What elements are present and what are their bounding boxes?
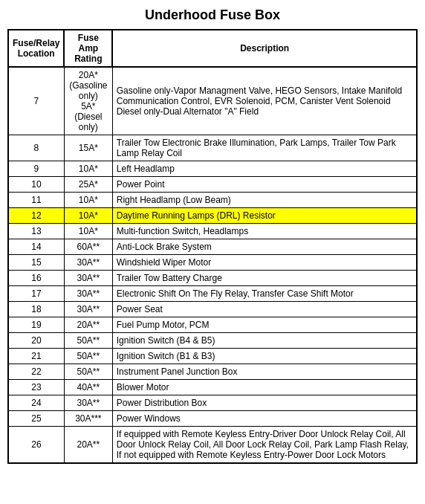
cell-description: Windshield Wiper Motor [112, 255, 417, 271]
cell-rating: 25A* [64, 177, 112, 193]
table-row: 1530A**Windshield Wiper Motor [8, 255, 417, 271]
table-row: 2530A***Power Windows [8, 411, 417, 427]
fuse-table: Fuse/RelayLocation Fuse AmpRating Descri… [7, 29, 418, 464]
cell-rating: 50A** [64, 333, 112, 349]
cell-rating: 30A** [64, 395, 112, 411]
cell-location: 17 [8, 286, 64, 302]
table-row: 1460A**Anti-Lock Brake System [8, 239, 417, 255]
table-row: 2340A**Blower Motor [8, 380, 417, 395]
cell-rating: 20A** [64, 427, 112, 464]
cell-rating: 15A* [64, 135, 112, 161]
table-row: 815A*Trailer Tow Electronic Brake Illumi… [8, 135, 417, 161]
cell-description: Anti-Lock Brake System [112, 239, 417, 255]
cell-rating: 30A** [64, 286, 112, 302]
cell-description: Trailer Tow Electronic Brake Illuminatio… [112, 135, 417, 161]
cell-description: Power Point [112, 177, 417, 193]
cell-location: 11 [8, 193, 64, 208]
cell-rating: 30A** [64, 255, 112, 271]
cell-description: Electronic Shift On The Fly Relay, Trans… [112, 286, 417, 302]
cell-description: Power Windows [112, 411, 417, 427]
cell-rating: 10A* [64, 193, 112, 208]
cell-location: 24 [8, 395, 64, 411]
cell-description: Fuel Pump Motor, PCM [112, 317, 417, 333]
table-header: Fuse/RelayLocation Fuse AmpRating Descri… [8, 30, 417, 67]
table-row: 1730A**Electronic Shift On The Fly Relay… [8, 286, 417, 302]
cell-description: Instrument Panel Junction Box [112, 364, 417, 380]
table-row: 910A*Left Headlamp [8, 161, 417, 177]
cell-rating: 30A** [64, 271, 112, 286]
table-row: 1310A*Multi-function Switch, Headlamps [8, 224, 417, 239]
cell-location: 14 [8, 239, 64, 255]
table-row: 2150A**Ignition Switch (B1 & B3) [8, 349, 417, 364]
cell-description: Ignition Switch (B1 & B3) [112, 349, 417, 364]
table-row: 1110A*Right Headlamp (Low Beam) [8, 193, 417, 208]
table-row: 2050A**Ignition Switch (B4 & B5) [8, 333, 417, 349]
cell-description: Blower Motor [112, 380, 417, 395]
cell-rating: 50A** [64, 349, 112, 364]
table-row: 1830A**Power Seat [8, 302, 417, 317]
cell-rating: 50A** [64, 364, 112, 380]
cell-location: 7 [8, 67, 64, 135]
cell-location: 16 [8, 271, 64, 286]
table-row: 2250A**Instrument Panel Junction Box [8, 364, 417, 380]
cell-rating: 60A** [64, 239, 112, 255]
cell-description: Right Headlamp (Low Beam) [112, 193, 417, 208]
table-row: 1630A**Trailer Tow Battery Charge [8, 271, 417, 286]
col-location-header: Fuse/RelayLocation [8, 30, 64, 67]
table-row: 2430A**Power Distribution Box [8, 395, 417, 411]
cell-location: 15 [8, 255, 64, 271]
cell-rating: 10A* [64, 224, 112, 239]
cell-description: Power Distribution Box [112, 395, 417, 411]
cell-rating: 20A* (Gasoline only) 5A* (Diesel only) [64, 67, 112, 135]
cell-location: 9 [8, 161, 64, 177]
cell-rating: 10A* [64, 161, 112, 177]
cell-rating: 40A** [64, 380, 112, 395]
table-row: 1025A*Power Point [8, 177, 417, 193]
cell-description: Trailer Tow Battery Charge [112, 271, 417, 286]
main-container: Underhood Fuse Box Fuse/RelayLocation Fu… [7, 7, 418, 497]
cell-location: 26 [8, 427, 64, 464]
cell-location: 10 [8, 177, 64, 193]
cell-rating: 30A** [64, 302, 112, 317]
table-row: 2620A**If equipped with Remote Keyless E… [8, 427, 417, 464]
cell-rating: 20A** [64, 317, 112, 333]
cell-description: If equipped with Remote Keyless Entry-Dr… [112, 427, 417, 464]
cell-rating: 30A*** [64, 411, 112, 427]
table-row: 1210A*Daytime Running Lamps (DRL) Resist… [8, 208, 417, 224]
cell-rating: 10A* [64, 208, 112, 224]
col-description-header: Description [112, 30, 417, 67]
cell-location: 23 [8, 380, 64, 395]
table-row: 1920A**Fuel Pump Motor, PCM [8, 317, 417, 333]
cell-description: Gasoline only-Vapor Managment Valve, HEG… [112, 67, 417, 135]
cell-description: Left Headlamp [112, 161, 417, 177]
cell-location: 25 [8, 411, 64, 427]
cell-description: Ignition Switch (B4 & B5) [112, 333, 417, 349]
cell-location: 13 [8, 224, 64, 239]
table-row: 720A* (Gasoline only) 5A* (Diesel only)G… [8, 67, 417, 135]
cell-location: 12 [8, 208, 64, 224]
cell-location: 18 [8, 302, 64, 317]
cell-location: 8 [8, 135, 64, 161]
cell-description: Daytime Running Lamps (DRL) Resistor [112, 208, 417, 224]
cell-location: 20 [8, 333, 64, 349]
cell-location: 19 [8, 317, 64, 333]
page-title: Underhood Fuse Box [7, 7, 418, 23]
col-rating-header: Fuse AmpRating [64, 30, 112, 67]
cell-description: Power Seat [112, 302, 417, 317]
cell-location: 22 [8, 364, 64, 380]
table-body: 720A* (Gasoline only) 5A* (Diesel only)G… [8, 67, 417, 463]
cell-description: Multi-function Switch, Headlamps [112, 224, 417, 239]
cell-location: 21 [8, 349, 64, 364]
